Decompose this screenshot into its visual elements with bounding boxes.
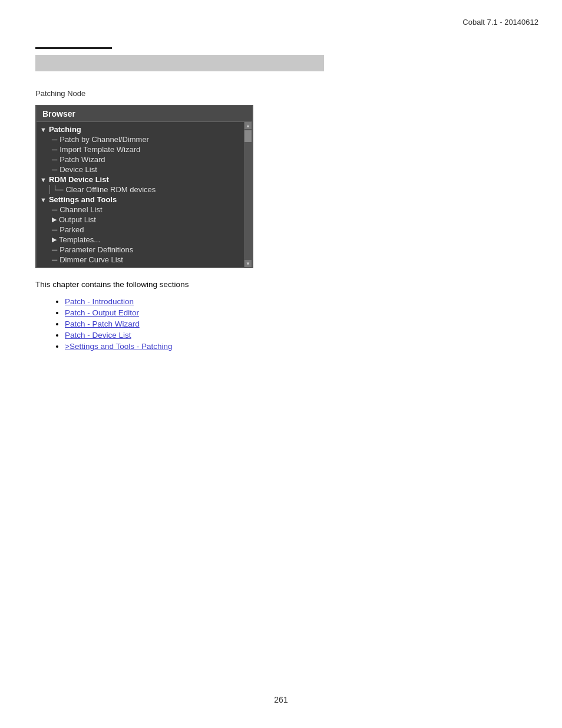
- arrow-down-icon: ▼: [40, 126, 47, 133]
- tree-item-channel-list[interactable]: ─ Channel List: [37, 205, 244, 215]
- toc-item-patch-introduction: Patch - Introduction: [65, 297, 527, 306]
- arrow-down-rdm-icon: ▼: [40, 176, 47, 183]
- tree-label-templates: Templates...: [59, 235, 100, 244]
- tree-item-settings-and-tools[interactable]: ▼ Settings and Tools: [37, 195, 244, 205]
- tree-label-rdm-device-list: RDM Device List: [49, 175, 109, 184]
- toc-item-patch-device-list: Patch - Device List: [65, 331, 527, 340]
- toc-link-patch-patch-wizard[interactable]: Patch - Patch Wizard: [65, 319, 140, 328]
- browser-body: ▼ Patching ─ Patch by Channel/Dimmer ─ I…: [37, 122, 252, 267]
- tree-label-clear-offline-rdm: Clear Offline RDM devices: [65, 185, 156, 194]
- scroll-down-arrow[interactable]: ▼: [244, 260, 252, 267]
- toc-item-settings-and-tools-patching: >Settings and Tools - Patching: [65, 342, 527, 351]
- tree-label-parameter-definitions: Parameter Definitions: [59, 245, 133, 254]
- toc-link-patch-output-editor[interactable]: Patch - Output Editor: [65, 308, 139, 317]
- browser-list: ▼ Patching ─ Patch by Channel/Dimmer ─ I…: [37, 122, 244, 267]
- toc-link-patch-introduction[interactable]: Patch - Introduction: [65, 297, 134, 306]
- arrow-right-templates-icon: ▶: [52, 236, 57, 243]
- toc-item-patch-output-editor: Patch - Output Editor: [65, 308, 527, 317]
- toc-link-patch-device-list[interactable]: Patch - Device List: [65, 331, 131, 340]
- tree-label-patch-by-channel: Patch by Channel/Dimmer: [59, 135, 149, 144]
- tree-item-patch-wizard[interactable]: ─ Patch Wizard: [37, 154, 244, 164]
- arrow-right-output-icon: ▶: [52, 216, 57, 223]
- toc-list: Patch - Introduction Patch - Output Edit…: [35, 297, 527, 351]
- toc-link-settings-and-tools-patching[interactable]: >Settings and Tools - Patching: [65, 342, 173, 351]
- tree-item-import-template[interactable]: ─ Import Template Wizard: [37, 144, 244, 154]
- chapter-intro-text: This chapter contains the following sect…: [35, 280, 527, 289]
- browser-widget: Browser ▼ Patching ─ Patch by Channel/Di…: [35, 105, 253, 268]
- tree-label-dimmer-curve-list: Dimmer Curve List: [59, 255, 123, 264]
- tree-item-device-list[interactable]: ─ Device List: [37, 164, 244, 174]
- patching-node-label: Patching Node: [35, 89, 527, 98]
- arrow-down-settings-icon: ▼: [40, 196, 47, 203]
- tree-item-clear-offline-rdm[interactable]: └─ Clear Offline RDM devices: [37, 185, 244, 195]
- page-header: Cobalt 7.1 - 20140612: [462, 18, 538, 27]
- toc-item-patch-patch-wizard: Patch - Patch Wizard: [65, 319, 527, 328]
- tree-item-patching[interactable]: ▼ Patching: [37, 124, 244, 134]
- tree-item-output-list[interactable]: ▶ Output List: [37, 215, 244, 225]
- tree-label-patch-wizard: Patch Wizard: [59, 155, 105, 164]
- tree-item-patch-by-channel[interactable]: ─ Patch by Channel/Dimmer: [37, 134, 244, 144]
- tree-item-templates[interactable]: ▶ Templates...: [37, 235, 244, 245]
- gray-bar: [35, 55, 324, 71]
- tree-label-device-list: Device List: [59, 165, 97, 174]
- tree-item-dimmer-curve-list[interactable]: ─ Dimmer Curve List: [37, 255, 244, 265]
- tree-label-parked: Parked: [59, 225, 84, 234]
- scroll-up-arrow[interactable]: ▲: [244, 122, 252, 129]
- tree-item-parked[interactable]: ─ Parked: [37, 225, 244, 235]
- tree-label-settings-and-tools: Settings and Tools: [49, 195, 117, 204]
- tree-label-channel-list: Channel List: [59, 205, 102, 214]
- tree-label-import-template: Import Template Wizard: [59, 145, 140, 154]
- tree-item-rdm-device-list[interactable]: ▼ RDM Device List: [37, 174, 244, 185]
- version-text: Cobalt 7.1 - 20140612: [462, 18, 538, 27]
- tree-label-output-list: Output List: [59, 215, 96, 224]
- page-number: 261: [274, 695, 287, 704]
- scrollbar-thumb[interactable]: [244, 130, 252, 142]
- browser-scrollbar[interactable]: ▲ ▼: [244, 122, 252, 267]
- tree-item-parameter-definitions[interactable]: ─ Parameter Definitions: [37, 245, 244, 255]
- browser-header: Browser: [37, 106, 252, 122]
- content-area: Patching Node Browser ▼ Patching ─ Patch…: [35, 47, 527, 353]
- chapter-title-line: [35, 47, 112, 49]
- tree-label-patching: Patching: [49, 125, 81, 134]
